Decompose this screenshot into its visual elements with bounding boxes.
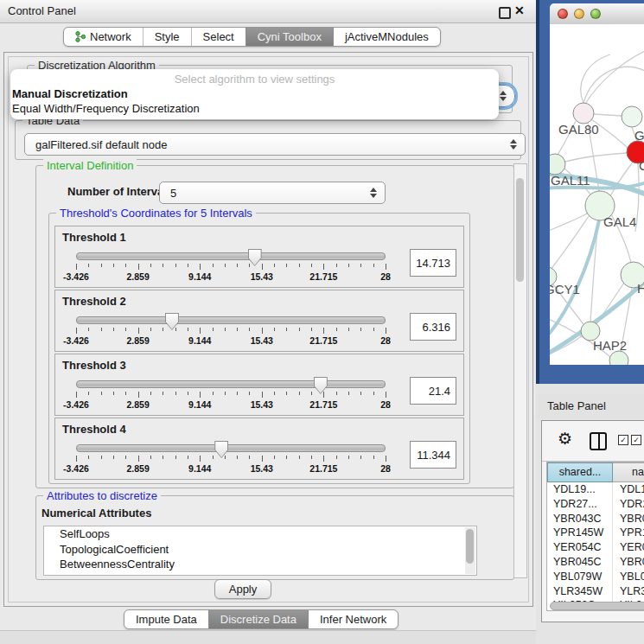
panel-title: Control Panel [8,4,76,17]
threshold-panel: Threshold 4 -3.4262.8599.14415.4321.7152… [54,418,464,480]
cell-name: YDR2 [613,497,644,512]
table-hscrollbar[interactable] [549,601,644,609]
tab-cyni-toolbox[interactable]: Cyni Toolbox [245,28,333,46]
tab-network[interactable]: Network [64,28,143,46]
network-node-label: C [639,158,644,173]
cell-name: YPR1 [613,526,644,540]
threshold-label: Threshold 4 [62,423,126,436]
threshold-label: Threshold 3 [62,359,126,372]
cell-shared-name: YDL19... [547,482,613,497]
float-icon[interactable] [499,7,511,19]
gear-icon[interactable]: ⚙ [558,429,572,449]
cell-shared-name: YER054C [547,540,613,555]
thresholds-container: Threshold 1 -3.4262.8599.14415.4321.7152… [49,226,469,481]
table-row[interactable]: YER054CYER0 [547,540,644,555]
tab-label: Style [155,28,180,46]
numerical-attributes-heading: Numerical Attributes [41,507,151,520]
slider-track[interactable] [76,380,386,388]
table-panel-title: Table Panel [536,394,644,418]
slider-ticks [76,264,386,271]
tab-label: Discretize Data [220,610,296,628]
tab-label: jActiveMNodules [345,28,429,46]
slider-ticks [76,456,386,462]
checkbox-icon[interactable]: ✓ [631,435,641,445]
threshold-slider[interactable]: -3.4262.8599.14415.4321.71528 [69,249,392,284]
number-of-intervals-combobox[interactable]: 5 [159,182,386,204]
dropdown-placeholder-item[interactable]: Select algorithm to view settings [10,69,499,86]
slider-track[interactable] [76,252,386,260]
network-node-label: GCY1 [550,282,580,296]
threshold-value-field[interactable]: 6.316 [410,313,456,341]
table-data-combobox[interactable]: galFiltered.sif default node [24,133,526,156]
dropdown-item[interactable]: Equal Width/Frequency Discretization [10,101,499,116]
threshold-value-field[interactable]: 21.4 [410,377,456,405]
slider-track[interactable] [76,444,386,452]
group-title: Interval Definition [43,159,137,172]
network-node[interactable] [550,154,565,175]
table-body: shared... na YDL19...YDL1YDR27...YDR2YBR… [546,462,644,611]
network-canvas[interactable]: GAL80GACGAL11GAL4GCY1HHAP2 [550,24,644,365]
panel-scrollbar[interactable] [513,163,527,578]
zoom-traffic-light-icon[interactable] [590,9,601,19]
columns-icon[interactable] [590,432,607,450]
threshold-slider[interactable]: -3.4262.8599.14415.4321.71528 [69,313,392,348]
table-row[interactable]: YLR345WYLR3 [547,584,644,599]
table-toolbar: ⚙ ✓ ✓ [542,421,644,462]
thresholds-group: Threshold's Coordinates for 5 Intervals … [48,213,470,484]
tab-label: Select [203,28,234,46]
network-node[interactable] [609,351,628,365]
tab-select[interactable]: Select [191,28,245,46]
table-row[interactable]: YPR145WYPR1 [547,526,644,540]
threshold-slider[interactable]: -3.4262.8599.14415.4321.71528 [69,441,392,475]
close-icon[interactable]: ✕ [514,3,525,17]
network-view-window: GAL80GACGAL11GAL4GCY1HHAP2 [536,0,644,384]
tab-infer-network[interactable]: Infer Network [308,610,398,628]
tab-style[interactable]: Style [143,28,191,46]
cell-shared-name: YDR27... [547,497,613,512]
table-row[interactable]: YDL19...YDL1 [547,482,644,497]
dropdown-item[interactable]: Manual Discretization [10,86,499,101]
slider-tick-labels: -3.4262.8599.14415.4321.71528 [76,335,386,346]
combo-arrows-icon [500,91,507,101]
slider-track[interactable] [76,316,386,324]
cell-shared-name: YBR043C [547,512,613,526]
group-title: Threshold's Coordinates for 5 Intervals [56,207,256,220]
threshold-value-field[interactable]: 14.713 [410,249,456,277]
control-panel: Control Panel ✕ NetworkStyleSelectCyni T… [0,0,536,644]
tab-label: Impute Data [136,610,197,628]
cell-name: YBR0 [613,512,644,526]
table-row[interactable]: YBR043CYBR0 [547,512,644,526]
column-header-name[interactable]: na [613,462,644,482]
network-node[interactable] [573,103,594,124]
network-node[interactable] [622,106,642,127]
table-row[interactable]: YDR27...YDR2 [547,497,644,512]
number-of-intervals-value: 5 [170,187,176,200]
control-panel-titlebar: Control Panel ✕ [0,0,536,23]
attributes-scrollbar[interactable] [465,527,475,574]
tab-impute-data[interactable]: Impute Data [124,610,208,628]
threshold-value-field[interactable]: 11.344 [410,441,456,469]
threshold-panel: Threshold 1 -3.4262.8599.14415.4321.7152… [54,226,464,288]
close-traffic-light-icon[interactable] [558,9,568,19]
tab-discretize-data[interactable]: Discretize Data [208,610,308,628]
attribute-list-item[interactable]: BetweennessCentrality [44,557,476,572]
attribute-list-item[interactable]: TopologicalCoefficient [44,542,476,558]
column-header-shared[interactable]: shared... [547,462,613,482]
network-window-titlebar[interactable] [550,3,644,25]
cell-name: YER0 [613,540,644,555]
table-row[interactable]: YBL079WYBL0 [547,570,644,584]
network-node-label: GAL11 [551,173,590,188]
interval-definition-group: Interval Definition Number of Intervals … [35,165,514,488]
apply-button[interactable]: Apply [214,579,271,599]
attribute-list-item[interactable]: SelfLoops [44,526,476,542]
tab-label: Infer Network [320,610,386,628]
cell-name: YBL0 [613,570,644,584]
checkbox-icon[interactable]: ✓ [618,435,628,445]
tab-jactivemnodules[interactable]: jActiveMNodules [333,28,440,46]
threshold-slider[interactable]: -3.4262.8599.14415.4321.71528 [69,377,392,411]
cell-name: YDL1 [613,482,644,497]
numerical-attributes-list[interactable]: SelfLoopsTopologicalCoefficientBetweenne… [43,526,477,576]
minimize-traffic-light-icon[interactable] [574,9,584,19]
top-tab-bar: NetworkStyleSelectCyni ToolboxjActiveMNo… [63,27,441,47]
table-row[interactable]: YBR045CYBR0 [547,555,644,570]
